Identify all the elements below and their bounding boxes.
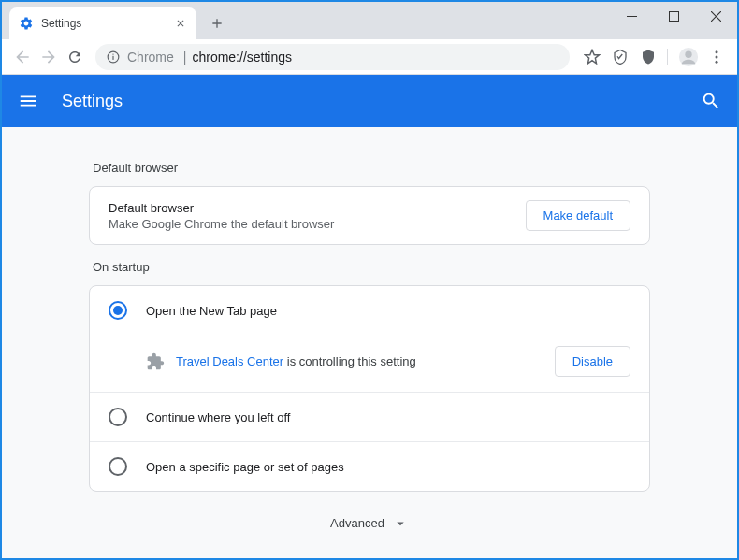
extension-icon-1[interactable]	[607, 44, 633, 70]
settings-gear-icon	[19, 16, 34, 31]
on-startup-card: Open the New Tab page Travel Deals Cente…	[89, 285, 650, 492]
address-separator: |	[183, 50, 187, 65]
extension-notice: Travel Deals Center is controlling this …	[90, 335, 649, 392]
startup-option-label-0: Open the New Tab page	[146, 304, 277, 318]
browser-toolbar: Chrome | chrome://settings	[2, 39, 737, 75]
chevron-down-icon	[392, 515, 409, 532]
svg-rect-3	[112, 55, 113, 59]
back-button[interactable]	[9, 44, 36, 70]
window-controls	[611, 2, 737, 30]
svg-point-7	[716, 50, 718, 53]
svg-rect-1	[670, 11, 679, 21]
page-title: Settings	[62, 92, 700, 111]
maximize-button[interactable]	[653, 2, 695, 30]
chrome-menu-icon[interactable]	[703, 44, 730, 70]
svg-point-4	[112, 53, 113, 54]
radio-selected-icon[interactable]	[109, 301, 127, 320]
default-browser-title: Default browser	[109, 201, 526, 215]
bookmark-star-icon[interactable]	[579, 44, 605, 70]
close-tab-icon[interactable]	[174, 17, 187, 30]
info-icon	[107, 50, 120, 64]
extension-suffix: is controlling this setting	[283, 354, 416, 368]
startup-option-continue[interactable]: Continue where you left off	[90, 392, 649, 441]
disable-extension-button[interactable]: Disable	[555, 346, 630, 377]
extension-link[interactable]: Travel Deals Center	[176, 354, 283, 368]
svg-point-9	[716, 60, 718, 63]
minimize-button[interactable]	[611, 2, 653, 30]
tab-title: Settings	[41, 17, 174, 30]
on-startup-heading: On startup	[93, 260, 650, 274]
default-browser-row: Default browser Make Google Chrome the d…	[90, 187, 649, 244]
advanced-label: Advanced	[330, 516, 384, 530]
radio-icon[interactable]	[109, 408, 127, 426]
titlebar: Settings	[2, 2, 737, 39]
svg-rect-0	[627, 16, 637, 17]
extension-notice-text: Travel Deals Center is controlling this …	[176, 354, 555, 368]
new-tab-button[interactable]	[204, 10, 230, 36]
shield-icon[interactable]	[635, 44, 661, 70]
reload-button[interactable]	[62, 44, 88, 70]
settings-header: Settings	[2, 75, 737, 127]
svg-point-8	[716, 55, 718, 58]
content: Default browser Default browser Make Goo…	[89, 127, 650, 558]
radio-icon[interactable]	[109, 457, 127, 476]
search-icon[interactable]	[700, 90, 722, 112]
toolbar-separator	[667, 49, 668, 65]
default-browser-card: Default browser Make Google Chrome the d…	[89, 186, 650, 245]
extension-puzzle-icon	[146, 352, 165, 371]
forward-button[interactable]	[36, 44, 62, 70]
startup-option-label-1: Continue where you left off	[146, 410, 290, 424]
advanced-toggle[interactable]: Advanced	[330, 515, 409, 532]
address-url: chrome://settings	[192, 50, 292, 65]
startup-option-newtab[interactable]: Open the New Tab page	[90, 286, 649, 335]
address-bar[interactable]: Chrome | chrome://settings	[95, 44, 570, 70]
address-scheme: Chrome	[127, 50, 174, 65]
advanced-row: Advanced	[89, 492, 650, 554]
svg-point-6	[685, 50, 691, 57]
content-scroll[interactable]: Default browser Default browser Make Goo…	[2, 127, 737, 558]
startup-option-specific[interactable]: Open a specific page or set of pages	[90, 441, 649, 491]
default-browser-heading: Default browser	[93, 161, 650, 175]
close-window-button[interactable]	[695, 2, 737, 30]
profile-avatar-icon[interactable]	[675, 44, 702, 70]
make-default-button[interactable]: Make default	[526, 200, 630, 231]
hamburger-menu-icon[interactable]	[17, 90, 39, 112]
browser-tab[interactable]: Settings	[9, 7, 196, 39]
startup-option-label-2: Open a specific page or set of pages	[146, 460, 344, 474]
default-browser-subtitle: Make Google Chrome the default browser	[109, 217, 526, 231]
